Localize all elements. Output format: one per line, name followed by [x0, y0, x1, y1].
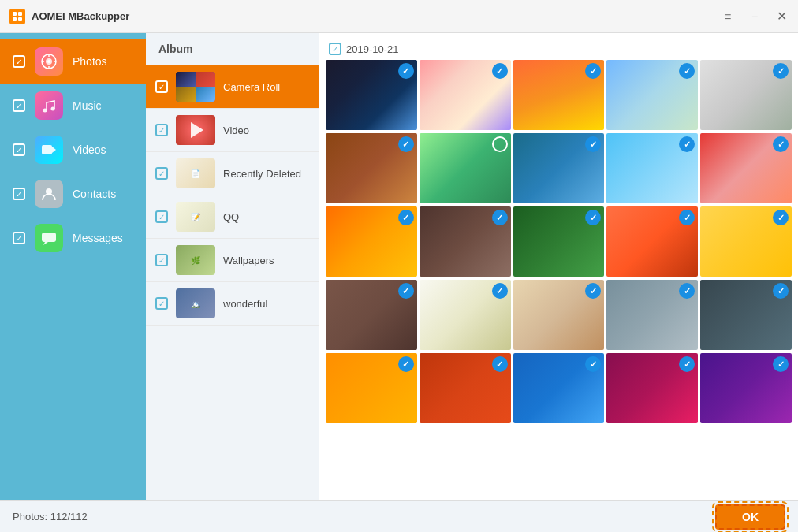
album-item-recently-deleted[interactable]: ✓ 📄 Recently Deleted [146, 152, 319, 195]
photo-grid-row-2: ✓ ✓ ✓ ✓ [326, 133, 792, 203]
photo-cell[interactable]: ✓ [326, 280, 417, 350]
photo-cell[interactable]: ✓ [606, 353, 698, 423]
photo-cell[interactable]: ✓ [700, 353, 792, 423]
svg-rect-0 [13, 12, 17, 16]
ok-button[interactable]: OK [715, 504, 785, 530]
photo-check-badge: ✓ [773, 136, 789, 152]
wallpapers-label: Wallpapers [223, 255, 274, 266]
wallpapers-thumb: 🌿 [176, 245, 215, 275]
photos-checkbox: ✓ [13, 55, 25, 68]
photo-check-badge: ✓ [773, 283, 789, 299]
album-header: Album [146, 33, 319, 65]
sidebar-item-messages[interactable]: ✓ Messages [0, 216, 146, 260]
photo-check-badge [492, 136, 508, 152]
videos-checkbox: ✓ [13, 143, 25, 156]
middle-panel: Album ✓ Camera Roll ✓ Video [146, 33, 319, 500]
sidebar-item-music[interactable]: ✓ Music [0, 84, 146, 128]
sidebar-item-contacts[interactable]: ✓ Contacts [0, 172, 146, 216]
photo-cell[interactable]: ✓ [326, 133, 417, 203]
wonderful-thumb: 🏔️ [176, 288, 215, 318]
svg-point-11 [43, 109, 47, 113]
status-text: Photos: 112/112 [13, 511, 88, 523]
photo-cell[interactable]: ✓ [513, 353, 605, 423]
svg-point-12 [51, 107, 55, 111]
svg-rect-2 [13, 17, 17, 21]
photo-cell[interactable]: ✓ [700, 60, 792, 130]
qq-label: QQ [223, 211, 239, 223]
photo-cell[interactable]: ✓ [326, 206, 417, 277]
album-item-wonderful[interactable]: ✓ 🏔️ wonderful [146, 282, 319, 326]
photo-check-badge: ✓ [585, 136, 601, 152]
photo-check-badge: ✓ [492, 283, 508, 299]
svg-point-6 [47, 60, 50, 63]
photo-check-badge: ✓ [398, 210, 414, 225]
photo-cell[interactable]: ✓ [606, 60, 698, 130]
photo-cell[interactable]: ✓ [513, 133, 605, 203]
menu-button[interactable]: ≡ [721, 9, 735, 24]
photo-cell[interactable]: ✓ [700, 133, 792, 203]
photo-check-badge: ✓ [679, 356, 695, 372]
photo-cell[interactable]: ✓ [606, 280, 698, 350]
close-button[interactable]: ✕ [774, 9, 789, 24]
date-checkbox[interactable]: ✓ [329, 43, 341, 55]
photo-check-badge: ✓ [398, 63, 414, 79]
photo-cell[interactable]: ✓ [513, 60, 605, 130]
photo-check-badge: ✓ [585, 356, 601, 372]
photo-cell[interactable]: ✓ [700, 206, 792, 277]
photo-check-badge: ✓ [679, 210, 695, 225]
photo-check-badge: ✓ [398, 136, 414, 152]
photo-cell[interactable]: ✓ [326, 353, 417, 423]
title-bar-controls: ≡ − ✕ [721, 9, 789, 24]
contacts-icon [35, 180, 63, 208]
photo-grid-row-5: ✓ ✓ ✓ ✓ ✓ [326, 353, 792, 423]
photo-check-badge: ✓ [585, 283, 601, 299]
photo-cell[interactable]: ✓ [420, 206, 511, 277]
photo-check-badge: ✓ [492, 356, 508, 372]
photos-label: Photos [73, 55, 107, 68]
video-thumb [176, 115, 215, 145]
date-header: ✓ 2019-10-21 [326, 39, 792, 60]
photo-cell[interactable]: ✓ [513, 206, 605, 277]
photo-cell[interactable]: ✓ [420, 280, 511, 350]
qq-thumb: 📝 [176, 202, 215, 232]
svg-rect-3 [18, 17, 22, 21]
left-sidebar: ✓ Photos ✓ [0, 33, 146, 500]
music-label: Music [73, 99, 102, 112]
photo-cell[interactable]: ✓ [326, 60, 417, 130]
photo-grid-row-4: ✓ ✓ ✓ ✓ ✓ [326, 280, 792, 350]
contacts-checkbox: ✓ [13, 188, 25, 200]
app-title: AOMEI MBackupper [32, 10, 129, 22]
recently-deleted-label: Recently Deleted [223, 168, 301, 180]
photo-check-badge: ✓ [398, 283, 414, 299]
photo-cell[interactable]: ✓ [606, 206, 698, 277]
minimize-button[interactable]: − [748, 9, 762, 24]
album-item-video[interactable]: ✓ Video [146, 109, 319, 152]
photo-cell[interactable]: ✓ [700, 280, 792, 350]
wonderful-checkbox: ✓ [155, 297, 168, 310]
photo-cell[interactable]: ✓ [420, 353, 511, 423]
wallpapers-checkbox: ✓ [155, 254, 168, 266]
svg-marker-17 [43, 242, 48, 245]
videos-icon [35, 136, 63, 164]
date-label: 2019-10-21 [346, 43, 399, 55]
music-checkbox: ✓ [13, 99, 25, 112]
photo-cell[interactable]: ✓ [606, 133, 698, 203]
photo-check-badge: ✓ [679, 136, 695, 152]
messages-checkbox: ✓ [13, 232, 25, 244]
photo-check-badge: ✓ [679, 283, 695, 299]
album-item-qq[interactable]: ✓ 📝 QQ [146, 195, 319, 239]
camera-roll-thumb [176, 72, 215, 102]
photos-icon [35, 47, 63, 76]
sidebar-item-videos[interactable]: ✓ Videos [0, 128, 146, 172]
photo-check-badge: ✓ [679, 63, 695, 79]
photo-area[interactable]: ✓ 2019-10-21 ✓ ✓ ✓ ✓ ✓ ✓ [319, 33, 798, 500]
videos-label: Videos [73, 143, 106, 156]
photo-cell[interactable] [420, 133, 511, 203]
sidebar-item-photos[interactable]: ✓ Photos [0, 39, 146, 84]
album-item-wallpapers[interactable]: ✓ 🌿 Wallpapers [146, 239, 319, 282]
photo-cell[interactable]: ✓ [513, 280, 605, 350]
album-item-camera-roll[interactable]: ✓ Camera Roll [146, 65, 319, 109]
photo-grid-row-3: ✓ ✓ ✓ ✓ ✓ [326, 206, 792, 277]
photo-cell[interactable]: ✓ [420, 60, 511, 130]
camera-roll-checkbox: ✓ [155, 80, 168, 93]
